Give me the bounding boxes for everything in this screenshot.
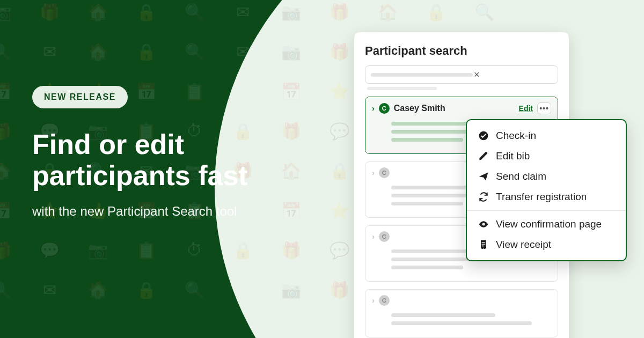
avatar: C <box>379 167 390 178</box>
search-hint-skeleton <box>367 87 437 90</box>
menu-item-send-claim[interactable]: Send claim <box>467 166 626 187</box>
pencil-icon <box>478 151 489 161</box>
avatar: C <box>379 103 390 114</box>
participant-name: Casey Smith <box>394 104 445 113</box>
menu-item-label: Transfer registration <box>496 191 587 203</box>
chevron-right-icon: › <box>372 168 375 177</box>
menu-item-view-receipt[interactable]: View receipt <box>467 234 626 255</box>
subheadline: with the new Participant Search tool <box>32 204 333 219</box>
avatar: C <box>379 295 390 306</box>
menu-divider <box>467 210 626 211</box>
menu-item-label: Edit bib <box>496 150 530 162</box>
check-circle-icon <box>478 130 489 141</box>
headline: Find or edit participants fast <box>32 129 333 191</box>
search-placeholder-skeleton <box>371 73 473 77</box>
promo-copy: NEW RELEASE Find or edit participants fa… <box>32 86 333 219</box>
refresh-icon <box>478 192 489 202</box>
search-input[interactable]: × <box>365 65 558 84</box>
menu-item-label: View confirmation page <box>496 218 602 230</box>
menu-item-label: Check-in <box>496 130 536 142</box>
chevron-right-icon: › <box>372 232 375 241</box>
panel-title: Participant search <box>365 44 558 58</box>
paper-plane-icon <box>478 171 489 182</box>
menu-item-edit-bib[interactable]: Edit bib <box>467 146 626 166</box>
receipt-icon <box>478 239 489 250</box>
edit-participant-link[interactable]: Edit <box>519 104 533 113</box>
menu-item-label: View receipt <box>496 239 551 251</box>
svg-point-1 <box>482 223 485 226</box>
eye-icon <box>478 219 489 230</box>
more-actions-button[interactable]: ••• <box>537 102 551 114</box>
clear-search-button[interactable]: × <box>473 69 481 80</box>
avatar: C <box>379 231 390 242</box>
promo-stage: 📷🎁🏠🔒🔍✉📷🎁🏠🔒🔍✉ 🔍✉🏠🔒🔍✉📷🎁🏠🔒🔍✉ 📅⭐👍📅📋⏱📅⭐👍📅📋⏱ 🎁… <box>0 0 644 338</box>
actions-popover: Check-in Edit bib Send claim Transfer re… <box>466 119 627 261</box>
search-result[interactable]: › C <box>365 289 558 337</box>
new-release-badge: NEW RELEASE <box>32 86 128 108</box>
menu-item-transfer-registration[interactable]: Transfer registration <box>467 187 626 207</box>
menu-item-label: Send claim <box>496 171 546 182</box>
menu-item-view-confirmation[interactable]: View confirmation page <box>467 214 626 234</box>
chevron-right-icon: › <box>372 296 375 305</box>
result-details-skeleton <box>365 311 558 337</box>
chevron-right-icon: › <box>372 104 375 113</box>
menu-item-check-in[interactable]: Check-in <box>467 126 626 146</box>
